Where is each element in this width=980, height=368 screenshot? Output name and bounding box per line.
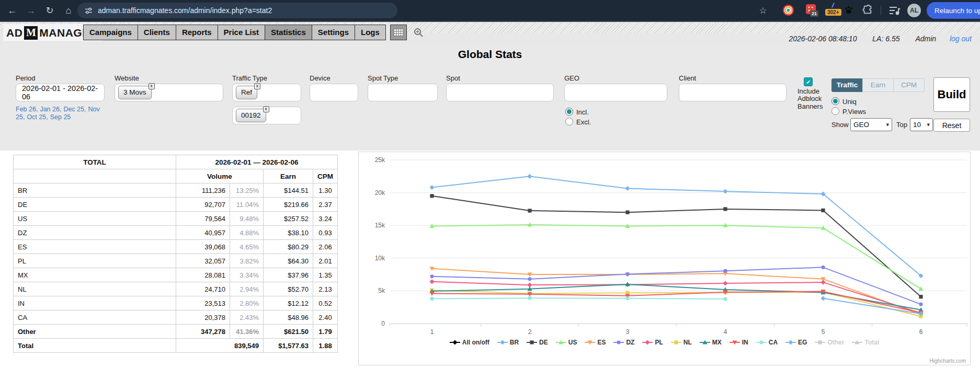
- tab-campaigns[interactable]: Campaigns: [83, 25, 138, 40]
- legend-item-de[interactable]: DE: [527, 339, 548, 346]
- cell-percent: 2.43%: [230, 310, 264, 325]
- spot-id-tag[interactable]: 00192 x: [236, 109, 266, 122]
- cell-earn: $52.70: [264, 282, 313, 296]
- legend-item-total[interactable]: Total: [852, 339, 879, 346]
- svg-text:5: 5: [822, 328, 825, 336]
- reset-button[interactable]: Reset: [933, 119, 970, 132]
- table-row-in: IN23,5132.80%$12.120.52: [14, 296, 338, 310]
- extensions-puzzle-icon[interactable]: [862, 4, 873, 18]
- cell-geo: ES: [14, 240, 176, 254]
- keyboard-icon[interactable]: [390, 25, 407, 40]
- cell-geo: US: [14, 212, 176, 226]
- website-input[interactable]: 3 Movs x: [115, 84, 223, 101]
- legend-item-eg[interactable]: EG: [785, 339, 807, 346]
- cell-percent: 2.80%: [230, 296, 264, 310]
- remove-tag-icon[interactable]: x: [254, 83, 260, 89]
- extension-orange-icon[interactable]: 302+: [825, 4, 841, 16]
- diamond-marker-icon: [497, 339, 508, 346]
- tab-price-list[interactable]: Price List: [218, 25, 266, 40]
- adblock-checkbox[interactable]: ✔: [804, 77, 813, 86]
- cell-earn: $621.50: [264, 325, 313, 339]
- extension-red-icon[interactable]: 21: [806, 4, 816, 14]
- client-input[interactable]: [679, 84, 787, 101]
- legend-item-dz[interactable]: DZ: [613, 339, 634, 346]
- quick-period-link[interactable]: Dec 25,: [63, 106, 86, 113]
- adblock-label: IncludeAdblockBanners: [797, 88, 823, 110]
- logout-link[interactable]: log out: [950, 34, 972, 43]
- extension-target-icon[interactable]: [783, 5, 794, 16]
- traffic-type-input[interactable]: Ref x: [232, 84, 301, 101]
- cell-earn: $144.51: [264, 183, 313, 198]
- triangle-down-marker-icon: [730, 339, 740, 346]
- legend-item-mx[interactable]: MX: [700, 339, 722, 346]
- traffic-type-tag[interactable]: Ref x: [236, 86, 257, 99]
- col-volume: Volume: [176, 169, 264, 183]
- playlist-icon[interactable]: [889, 6, 901, 17]
- tab-clients[interactable]: Clients: [138, 25, 176, 40]
- cell-earn: $64.30: [264, 254, 313, 268]
- chevron-down-icon: ▾: [927, 121, 930, 128]
- bookmark-star-icon[interactable]: ☆: [755, 0, 771, 21]
- legend-label: BR: [510, 339, 519, 346]
- tab-statistics[interactable]: Statistics: [265, 25, 312, 40]
- mode-button-earn[interactable]: Earn: [862, 78, 894, 92]
- tab-settings[interactable]: Settings: [312, 25, 355, 40]
- paw-extension-icon[interactable]: [844, 5, 854, 17]
- tab-reports[interactable]: Reports: [176, 25, 218, 40]
- spot-type-input[interactable]: [368, 84, 438, 101]
- cell-volume: 839,549: [176, 339, 264, 353]
- adblock-label-line: Banners: [797, 103, 823, 110]
- svg-text:15k: 15k: [375, 222, 385, 229]
- show-select[interactable]: GEO▾: [850, 118, 892, 131]
- back-icon[interactable]: ←: [3, 0, 21, 21]
- quick-period-link[interactable]: Oct 25,: [27, 113, 48, 121]
- cell-cpm: 1.35: [313, 268, 338, 282]
- mode-button-traffic[interactable]: Traffic: [831, 78, 863, 92]
- svg-text:0: 0: [381, 320, 385, 327]
- quick-period-link[interactable]: Sep 25: [50, 113, 71, 121]
- relaunch-button[interactable]: Relaunch to update: [927, 2, 980, 19]
- cell-cpm: 1.79: [313, 325, 338, 339]
- period-input[interactable]: 2026-02-01 - 2026-02-06: [16, 84, 105, 101]
- legend-item-br[interactable]: BR: [497, 339, 519, 346]
- avatar[interactable]: AL: [907, 4, 921, 17]
- remove-tag-icon[interactable]: x: [149, 83, 155, 89]
- quick-period-link[interactable]: Feb 26,: [16, 106, 38, 113]
- reload-icon[interactable]: ↻: [41, 0, 59, 21]
- legend-item-other[interactable]: Other: [815, 339, 844, 346]
- search-icon[interactable]: [410, 25, 427, 40]
- top-select[interactable]: 10▾: [910, 118, 933, 131]
- address-bar[interactable]: adman.trafficmagnates.com/admin/index.ph…: [77, 3, 397, 18]
- legend-item-pl[interactable]: PL: [642, 339, 663, 346]
- legend-item-us[interactable]: US: [556, 339, 577, 346]
- legend-item-es[interactable]: ES: [585, 339, 606, 346]
- remove-tag-icon[interactable]: x: [263, 106, 269, 112]
- spot-id-input[interactable]: 00192 x: [232, 107, 301, 124]
- device-input[interactable]: [310, 84, 358, 101]
- build-button[interactable]: Build: [933, 77, 970, 112]
- site-info-icon[interactable]: [85, 7, 93, 15]
- legend-item-all-on-off[interactable]: All on/off: [450, 339, 489, 346]
- quick-period-link[interactable]: Jan 26,: [40, 106, 61, 113]
- home-icon[interactable]: ⌂: [60, 0, 77, 21]
- pviews-radio[interactable]: [831, 107, 839, 115]
- geo-label: GEO: [564, 74, 579, 82]
- table-row-ca: CA20,3782.43%$48.962.40: [14, 310, 338, 325]
- square-marker-icon: [815, 339, 825, 346]
- cell-percent: 3.34%: [230, 268, 264, 282]
- geo-excl-radio[interactable]: [565, 118, 573, 125]
- legend-item-in[interactable]: IN: [730, 339, 748, 346]
- mode-button-cpm[interactable]: CPM: [893, 78, 925, 92]
- url-text: adman.trafficmagnates.com/admin/index.ph…: [98, 6, 272, 15]
- tab-logs[interactable]: Logs: [355, 25, 386, 40]
- uniq-radio[interactable]: [831, 97, 839, 105]
- website-tag[interactable]: 3 Movs x: [118, 86, 152, 99]
- geo-incl-radio[interactable]: [565, 108, 573, 116]
- geo-input[interactable]: [564, 84, 667, 101]
- forward-icon[interactable]: →: [22, 0, 40, 21]
- legend-item-ca[interactable]: CA: [756, 339, 778, 346]
- series-CA: [430, 296, 727, 301]
- legend-item-nl[interactable]: NL: [671, 339, 692, 346]
- cell-geo: PL: [14, 254, 176, 268]
- spot-input[interactable]: [446, 84, 554, 101]
